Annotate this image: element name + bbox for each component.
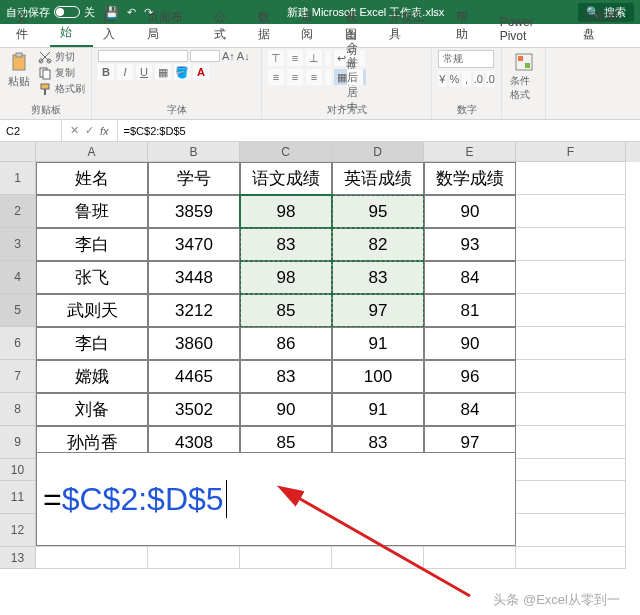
cell[interactable] xyxy=(516,393,626,426)
cell[interactable]: 李白 xyxy=(36,327,148,360)
merge-center-button[interactable]: ▦合并后居中 xyxy=(334,69,366,85)
cell[interactable]: 武则天 xyxy=(36,294,148,327)
tab-baidu[interactable]: 百度网盘 xyxy=(573,5,640,47)
row-header[interactable]: 8 xyxy=(0,393,36,426)
cell[interactable]: 数学成绩 xyxy=(424,162,516,195)
italic-button[interactable]: I xyxy=(117,64,133,80)
cell[interactable]: 81 xyxy=(424,294,516,327)
tab-review[interactable]: 审阅 xyxy=(291,5,335,47)
copy-button[interactable]: 复制 xyxy=(38,66,85,80)
cell[interactable]: 85 xyxy=(240,294,332,327)
cell[interactable]: 3860 xyxy=(148,327,240,360)
align-left-icon[interactable]: ≡ xyxy=(268,69,284,85)
row-header[interactable]: 12 xyxy=(0,514,36,547)
currency-icon[interactable]: ¥ xyxy=(438,71,446,87)
row-header[interactable]: 7 xyxy=(0,360,36,393)
cell[interactable] xyxy=(516,481,626,514)
cell[interactable]: 98 xyxy=(240,195,332,228)
tab-formula[interactable]: 公式 xyxy=(204,5,248,47)
cell[interactable] xyxy=(516,514,626,547)
align-bottom-icon[interactable]: ⊥ xyxy=(306,50,322,66)
cell[interactable]: 84 xyxy=(424,261,516,294)
increase-decimal-icon[interactable]: .0 xyxy=(474,71,483,87)
cell[interactable]: 90 xyxy=(424,327,516,360)
align-right-icon[interactable]: ≡ xyxy=(306,69,322,85)
cell[interactable]: 姓名 xyxy=(36,162,148,195)
cell[interactable] xyxy=(516,162,626,195)
cell[interactable]: 英语成绩 xyxy=(332,162,424,195)
cut-button[interactable]: 剪切 xyxy=(38,50,85,64)
row-header[interactable]: 10 xyxy=(0,459,36,481)
number-format-select[interactable]: 常规 xyxy=(438,50,494,68)
select-all-corner[interactable] xyxy=(0,142,36,162)
cell[interactable]: 刘备 xyxy=(36,393,148,426)
cell[interactable]: 100 xyxy=(332,360,424,393)
redo-icon[interactable]: ↷ xyxy=(144,6,153,19)
cell[interactable]: 3502 xyxy=(148,393,240,426)
cell[interactable]: 张飞 xyxy=(36,261,148,294)
col-header-d[interactable]: D xyxy=(332,142,424,162)
font-family-select[interactable] xyxy=(98,50,188,62)
cell[interactable]: 3859 xyxy=(148,195,240,228)
row-header[interactable]: 6 xyxy=(0,327,36,360)
align-middle-icon[interactable]: ≡ xyxy=(287,50,303,66)
cell[interactable]: 82 xyxy=(332,228,424,261)
enter-formula-icon[interactable]: ✓ xyxy=(85,124,94,137)
cell[interactable] xyxy=(36,547,148,569)
cell[interactable]: 83 xyxy=(240,360,332,393)
cell[interactable] xyxy=(516,327,626,360)
cell[interactable] xyxy=(516,360,626,393)
cell[interactable]: 98 xyxy=(240,261,332,294)
row-header[interactable]: 9 xyxy=(0,426,36,459)
tab-powerpivot[interactable]: Power Pivot xyxy=(490,11,573,47)
row-header[interactable]: 13 xyxy=(0,547,36,569)
row-header[interactable]: 5 xyxy=(0,294,36,327)
cell[interactable]: 97 xyxy=(332,294,424,327)
row-header[interactable]: 3 xyxy=(0,228,36,261)
cell[interactable]: 90 xyxy=(424,195,516,228)
name-box[interactable]: C2 xyxy=(0,120,62,141)
cell[interactable]: 3470 xyxy=(148,228,240,261)
paste-button[interactable]: 粘贴 xyxy=(6,50,32,91)
formula-input[interactable]: =$C$2:$D$5 xyxy=(118,120,640,141)
border-button[interactable]: ▦ xyxy=(155,64,171,80)
cell[interactable]: 95 xyxy=(332,195,424,228)
tab-data[interactable]: 数据 xyxy=(248,5,292,47)
cell[interactable]: 96 xyxy=(424,360,516,393)
row-header[interactable]: 11 xyxy=(0,481,36,514)
col-header-b[interactable]: B xyxy=(148,142,240,162)
percent-icon[interactable]: % xyxy=(449,71,459,87)
row-header[interactable]: 1 xyxy=(0,162,36,195)
cell[interactable] xyxy=(516,228,626,261)
cell[interactable]: 学号 xyxy=(148,162,240,195)
row-header[interactable]: 2 xyxy=(0,195,36,228)
col-header-a[interactable]: A xyxy=(36,142,148,162)
cell[interactable]: 嫦娥 xyxy=(36,360,148,393)
decrease-font-icon[interactable]: A↓ xyxy=(237,50,250,62)
cell[interactable]: 90 xyxy=(240,393,332,426)
cell[interactable] xyxy=(516,294,626,327)
cell[interactable]: 93 xyxy=(424,228,516,261)
cell[interactable] xyxy=(516,426,626,459)
cell[interactable]: 86 xyxy=(240,327,332,360)
cell[interactable]: 3212 xyxy=(148,294,240,327)
save-icon[interactable]: 💾 xyxy=(105,6,119,19)
cell[interactable]: 语文成绩 xyxy=(240,162,332,195)
font-color-button[interactable]: A xyxy=(193,64,209,80)
cell[interactable]: 83 xyxy=(240,228,332,261)
cancel-formula-icon[interactable]: ✕ xyxy=(70,124,79,137)
conditional-format-button[interactable]: 条件格式 xyxy=(508,50,539,104)
cell[interactable]: 83 xyxy=(332,261,424,294)
cell[interactable]: 鲁班 xyxy=(36,195,148,228)
cell[interactable]: 84 xyxy=(424,393,516,426)
fx-icon[interactable]: fx xyxy=(100,125,109,137)
comma-icon[interactable]: , xyxy=(462,71,470,87)
fill-color-button[interactable]: 🪣 xyxy=(174,64,190,80)
cell[interactable]: 91 xyxy=(332,393,424,426)
cell[interactable]: 4465 xyxy=(148,360,240,393)
tab-developer[interactable]: 开发工具 xyxy=(379,5,446,47)
tab-help[interactable]: 帮助 xyxy=(446,5,490,47)
cell[interactable]: 91 xyxy=(332,327,424,360)
cell[interactable]: 3448 xyxy=(148,261,240,294)
col-header-f[interactable]: F xyxy=(516,142,626,162)
